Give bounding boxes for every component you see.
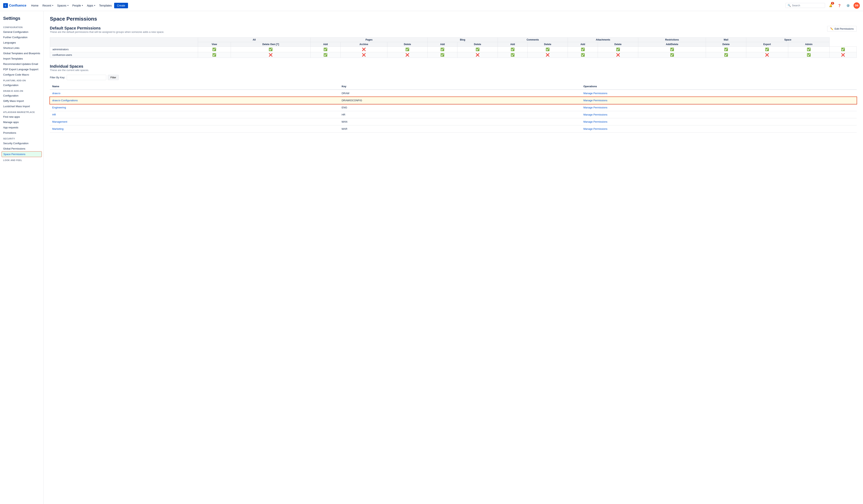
nav-home[interactable]: Home: [29, 3, 40, 8]
sidebar-item-find-new-apps[interactable]: Find new apps: [0, 114, 43, 119]
sidebar-item-further-configuration[interactable]: Further Configuration: [0, 35, 43, 40]
space-operations-cell: Manage Permissions: [581, 118, 857, 125]
cross-icon: ❌: [841, 53, 845, 56]
sidebar-item-drawio-config[interactable]: Configuration: [0, 93, 43, 98]
col-group-attachments: Attachments: [568, 38, 638, 42]
permission-cell: ✅: [458, 47, 498, 52]
check-icon: ✅: [511, 53, 515, 56]
filter-input[interactable]: [67, 75, 106, 80]
permission-cell: ❌: [387, 52, 427, 58]
sidebar-item-gliffy-mass-import[interactable]: Gliffy Mass Import: [0, 98, 43, 104]
col-group-space: Space: [746, 38, 829, 42]
check-icon: ✅: [670, 48, 674, 51]
settings-button[interactable]: ⚙️: [845, 2, 851, 9]
spaces-table: Name Key Operations draw.ioDRAWManage Pe…: [50, 83, 857, 133]
col-group-restrictions: Restrictions: [638, 38, 706, 42]
filter-button[interactable]: Filter: [108, 75, 119, 80]
section-drawio: DRAW.IO ADD-ON: [0, 88, 43, 93]
permission-cell: ✅: [231, 47, 311, 52]
manage-permissions-link[interactable]: Manage Permissions: [584, 99, 608, 102]
check-icon: ✅: [324, 48, 327, 51]
create-button[interactable]: Create: [114, 3, 128, 8]
sidebar-item-languages[interactable]: Languages: [0, 40, 43, 45]
space-key-cell: DRAWIOCONFIG: [339, 97, 581, 104]
manage-permissions-link[interactable]: Manage Permissions: [584, 92, 608, 95]
sidebar-item-security-configuration[interactable]: Security Configuration: [0, 141, 43, 146]
section-marketplace: ATLASSIAN MARKETPLACE: [0, 109, 43, 114]
section-look-and-feel: LOOK AND FEEL: [0, 157, 43, 162]
col-name-header: Name: [50, 83, 339, 90]
nav-recent[interactable]: Recent ▾: [41, 3, 54, 8]
topnav-right: 🔍 Search 🔔 6 ❓ ⚙️ DB: [786, 2, 860, 9]
space-name-link[interactable]: HR: [52, 113, 56, 116]
space-name-link[interactable]: draw.io Configurations: [52, 99, 78, 102]
nav-people[interactable]: People ▾: [71, 3, 85, 8]
permission-cell: ✅: [498, 52, 527, 58]
confluence-logo[interactable]: C Confluence: [3, 3, 26, 8]
sidebar-item-manage-apps[interactable]: Manage apps: [0, 119, 43, 125]
check-icon: ✅: [841, 48, 845, 51]
permission-cell: ❌: [746, 52, 788, 58]
sidebar-item-plantuml-config[interactable]: Configuration: [0, 83, 43, 88]
sidebar-item-global-permissions[interactable]: Global Permissions: [0, 146, 43, 151]
search-box[interactable]: 🔍 Search: [786, 3, 825, 8]
sidebar-item-global-templates[interactable]: Global Templates and Blueprints: [0, 51, 43, 56]
help-button[interactable]: ❓: [836, 2, 842, 9]
row-name: administrators: [50, 47, 198, 52]
sidebar-item-code-macro[interactable]: Configure Code Macro: [0, 72, 43, 77]
check-icon: ✅: [476, 48, 479, 51]
manage-permissions-link[interactable]: Manage Permissions: [584, 127, 608, 130]
sidebar-item-space-permissions[interactable]: Space Permissions: [2, 151, 42, 157]
filter-label: Filter By Key:: [50, 76, 65, 79]
col-operations-header: Operations: [581, 83, 857, 90]
nav-spaces[interactable]: Spaces ▾: [55, 3, 70, 8]
sidebar-item-recommended-updates[interactable]: Recommended Updates Email: [0, 61, 43, 67]
cross-icon: ❌: [546, 53, 550, 56]
check-icon: ✅: [765, 48, 769, 51]
nav-apps[interactable]: Apps ▾: [85, 3, 97, 8]
permission-cell: ✅: [638, 52, 706, 58]
space-name-link[interactable]: Management: [52, 120, 67, 123]
sidebar-item-promotions[interactable]: Promotions: [0, 130, 43, 136]
section-plantuml: PLANTUML ADD-ON: [0, 77, 43, 83]
space-table-row: draw.ioDRAWManage Permissions: [50, 90, 857, 97]
sidebar-item-app-requests[interactable]: App requests: [0, 125, 43, 130]
space-name-cell: HR: [50, 111, 339, 118]
notifications-button[interactable]: 🔔 6: [827, 2, 834, 9]
space-name-link[interactable]: Marketing: [52, 127, 63, 130]
space-name-link[interactable]: Engineering: [52, 106, 66, 109]
col-group-blog: Blog: [427, 38, 498, 42]
col-view: View: [198, 42, 231, 47]
col-key-header: Key: [339, 83, 581, 90]
space-name-link[interactable]: draw.io: [52, 92, 60, 95]
manage-permissions-link[interactable]: Manage Permissions: [584, 113, 608, 116]
edit-permissions-button[interactable]: ✏️ Edit Permissions: [827, 26, 857, 32]
manage-permissions-link[interactable]: Manage Permissions: [584, 106, 608, 109]
sidebar-item-pdf-export[interactable]: PDF Export Language Support: [0, 67, 43, 72]
col-blog-delete: Delete: [458, 42, 498, 47]
cross-icon: ❌: [616, 53, 620, 56]
space-name-cell: draw.io: [50, 90, 339, 97]
check-icon: ✅: [440, 53, 445, 56]
sidebar-item-lucidchart-mass-import[interactable]: Lucidchart Mass Import: [0, 104, 43, 109]
svg-text:C: C: [5, 4, 6, 7]
space-table-row: EngineeringENGManage Permissions: [50, 104, 857, 111]
permission-cell: ✅: [198, 47, 231, 52]
individual-section-title: Individual Spaces: [50, 64, 857, 68]
nav-templates[interactable]: Templates: [98, 3, 113, 8]
sidebar-item-general-configuration[interactable]: General Configuration: [0, 29, 43, 35]
check-icon: ✅: [724, 53, 728, 56]
permission-cell: ✅: [311, 52, 340, 58]
permission-cell: ✅: [568, 52, 598, 58]
sidebar-item-shortcut-links[interactable]: Shortcut Links: [0, 45, 43, 51]
space-table-row: HRHRManage Permissions: [50, 111, 857, 118]
check-icon: ✅: [807, 48, 811, 51]
user-avatar[interactable]: DB: [853, 2, 860, 9]
cross-icon: ❌: [765, 53, 769, 56]
space-operations-cell: Manage Permissions: [581, 90, 857, 97]
sidebar-item-import-templates[interactable]: Import Templates: [0, 56, 43, 61]
check-icon: ✅: [405, 48, 409, 51]
permission-cell: ✅: [498, 47, 527, 52]
manage-permissions-link[interactable]: Manage Permissions: [584, 120, 608, 123]
check-icon: ✅: [440, 48, 445, 51]
